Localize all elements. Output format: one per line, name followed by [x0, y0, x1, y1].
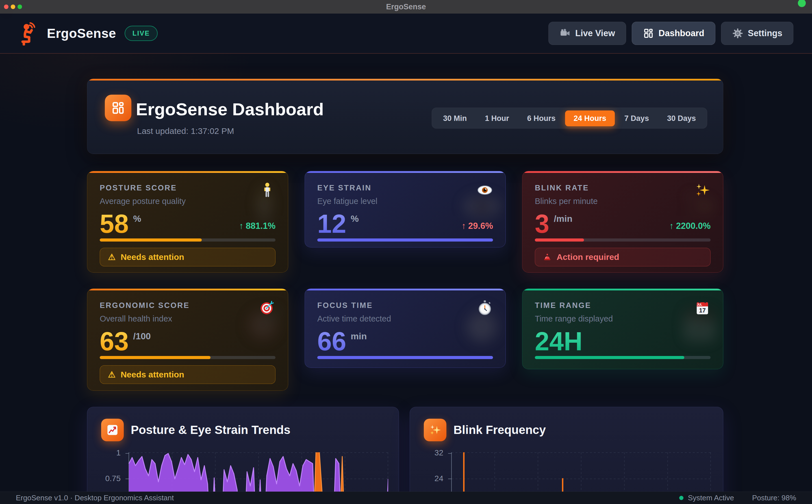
app-version-text: ErgoSense v1.0 · Desktop Ergonomics Assi… [16, 494, 174, 502]
titlebar: ErgoSense [0, 0, 812, 14]
target-icon [259, 299, 275, 316]
range-30min-button[interactable]: 30 Min [435, 110, 475, 126]
trend-value: 2200.0% [676, 221, 711, 231]
metric-label: FOCUS TIME [317, 301, 373, 310]
nav-live-view-button[interactable]: Live View [548, 22, 626, 45]
accent-stripe [87, 79, 723, 81]
range-7days-button[interactable]: 7 Days [616, 110, 657, 126]
progress-fill [535, 356, 684, 359]
metric-value: 63 [100, 328, 129, 354]
svg-text:17: 17 [691, 322, 708, 339]
range-30days-button[interactable]: 30 Days [659, 110, 704, 126]
dashboard-header-card: ErgoSense Dashboard Last updated: 1:37:0… [87, 79, 723, 154]
dashboard-grid-icon [643, 28, 654, 39]
metric-unit: % [351, 214, 359, 224]
blink-frequency-chart-card: Blink Frequency 32 24 [410, 407, 723, 504]
range-24hours-button[interactable]: 24 Hours [565, 110, 615, 126]
close-window-button[interactable] [4, 5, 8, 9]
range-1hour-button[interactable]: 1 Hour [476, 110, 518, 126]
metric-sublabel: Eye fatigue level [317, 197, 377, 206]
status-bar: ErgoSense v1.0 · Desktop Ergonomics Assi… [0, 492, 812, 504]
chart-title: Posture & Eye Strain Trends [131, 419, 290, 441]
trend-up-arrow-icon: ↑ [239, 221, 244, 231]
person-standing-icon [259, 182, 275, 198]
dashboard-grid-icon [105, 95, 131, 121]
progress-track [317, 356, 493, 359]
focus-time-card: FOCUS TIME Active time detected [305, 288, 506, 368]
siren-icon [543, 253, 552, 261]
progress-track [317, 238, 493, 242]
metric-unit: min [351, 331, 367, 342]
progress-track [100, 356, 275, 359]
ergonomic-score-card: ERGONOMIC SCORE Overall health index [87, 288, 288, 391]
metric-value: 3 [535, 211, 549, 237]
eye-icon [477, 182, 493, 198]
metric-label: TIME RANGE [535, 301, 591, 310]
stopwatch-icon [477, 299, 493, 316]
trend-value: 29.6% [468, 221, 493, 231]
zoom-window-button[interactable] [18, 5, 22, 9]
svg-text:JUL: JUL [697, 303, 702, 306]
progress-track [100, 238, 275, 242]
metric-unit: % [133, 214, 141, 224]
time-range-selector: 30 Min 1 Hour 6 Hours 24 Hours 7 Days 30… [432, 108, 707, 129]
last-updated-text: Last updated: 1:37:02 PM [137, 126, 234, 136]
progress-track [535, 356, 711, 359]
nav-dashboard-button[interactable]: Dashboard [632, 22, 715, 45]
brand-name: ErgoSense [47, 26, 116, 41]
progress-fill [317, 356, 493, 359]
range-6hours-button[interactable]: 6 Hours [519, 110, 564, 126]
trend-indicator: ↑ 29.6% [462, 221, 493, 231]
trend-up-arrow-icon: ↑ [462, 221, 466, 231]
time-range-card: TIME RANGE Time range displayed JUL 17 J… [522, 288, 723, 369]
system-active-dot-icon [679, 496, 683, 500]
status-badge: ⚠ Needs attention [100, 248, 275, 266]
eye-strain-card: EYE STRAIN Eye fatigue level 12 % ↑ 29.6… [305, 171, 506, 247]
blink-rate-card: BLINK RATE Blinks per minute 3 /min ↑ 22… [522, 171, 723, 273]
system-status-text: System Active [688, 494, 734, 502]
status-badge-text: Needs attention [121, 252, 184, 262]
metric-label: POSTURE SCORE [100, 184, 177, 192]
status-badge: ⚠ Needs attention [100, 365, 275, 384]
metric-sublabel: Overall health index [100, 314, 172, 323]
nav-label: Dashboard [659, 28, 704, 38]
metric-label: BLINK RATE [535, 184, 589, 192]
posture-score-card: POSTURE SCORE Average posture quality [87, 171, 288, 273]
status-badge-text: Action required [557, 252, 619, 262]
progress-fill [317, 238, 493, 242]
trend-indicator: ↑ 881.1% [239, 221, 275, 231]
page-title: ErgoSense Dashboard [136, 99, 324, 119]
metric-value: 12 [317, 211, 346, 237]
sparkles-icon [424, 419, 446, 441]
trend-up-arrow-icon: ↑ [669, 221, 674, 231]
metric-sublabel: Blinks per minute [535, 197, 598, 206]
chart-increasing-icon [101, 419, 124, 441]
status-badge: Action required [535, 248, 711, 266]
nav-label: Live View [575, 28, 615, 38]
ergosense-window: ErgoSense ErgoSense LIVE [0, 0, 812, 504]
live-badge: LIVE [125, 26, 158, 41]
metric-label: EYE STRAIN [317, 184, 372, 192]
minimize-window-button[interactable] [11, 5, 15, 9]
ergosense-logo-icon [19, 21, 40, 45]
progress-fill [100, 238, 202, 242]
warning-icon: ⚠ [108, 370, 116, 379]
metric-label: ERGONOMIC SCORE [100, 301, 190, 310]
video-camera-icon [559, 28, 571, 39]
y-axis-tick-label: 24 [417, 474, 443, 483]
trend-indicator: ↑ 2200.0% [669, 221, 711, 231]
sparkles-icon [694, 182, 711, 198]
y-axis-tick-label: 0.75 [95, 474, 121, 483]
nav-label: Settings [748, 28, 782, 38]
trend-value: 881.1% [246, 221, 275, 231]
svg-text:17: 17 [699, 307, 706, 314]
warning-icon: ⚠ [108, 253, 116, 261]
metric-sublabel: Average posture quality [100, 197, 186, 206]
progress-fill [535, 238, 584, 242]
window-title: ErgoSense [386, 3, 426, 11]
progress-track [535, 238, 711, 242]
metric-value: 24H [535, 328, 583, 354]
app-header: ErgoSense LIVE Live View Dashboard [0, 14, 812, 54]
metric-value: 58 [100, 211, 129, 237]
nav-settings-button[interactable]: Settings [721, 22, 793, 45]
